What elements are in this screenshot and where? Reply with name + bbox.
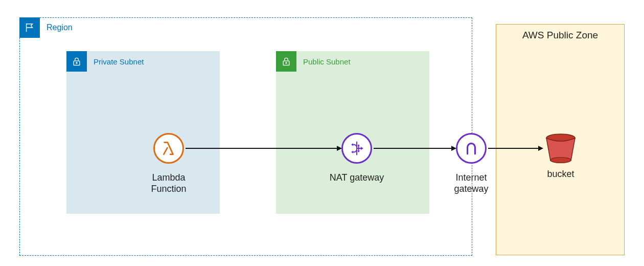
public-zone-label: AWS Public Zone <box>496 30 624 41</box>
svg-point-14 <box>550 158 571 163</box>
lambda-label: Lambda Function <box>133 172 204 194</box>
arrow-nat-to-igw <box>374 148 451 149</box>
igw-label-line2: gateway <box>454 184 488 194</box>
lock-icon <box>66 51 87 72</box>
private-subnet-label: Private Subnet <box>94 57 144 66</box>
arrow-head-icon <box>337 146 342 151</box>
lock-icon <box>276 51 296 72</box>
arrow-head-icon <box>451 146 456 151</box>
lambda-icon <box>153 133 184 164</box>
lambda-label-line1: Lambda <box>152 172 185 183</box>
region-label: Region <box>47 23 73 32</box>
arrow-head-icon <box>538 146 543 151</box>
arrow-lambda-to-nat <box>186 148 337 149</box>
igw-label-line1: Internet <box>455 172 487 183</box>
bucket-label: bucket <box>528 169 593 180</box>
internet-gateway-icon <box>456 133 487 164</box>
arrow-igw-to-bucket <box>488 148 538 149</box>
svg-marker-6 <box>351 143 353 146</box>
public-subnet-container: Public Subnet <box>276 51 429 214</box>
bucket-node: bucket <box>528 133 593 180</box>
internet-gateway-label: Internet gateway <box>439 172 504 194</box>
svg-marker-12 <box>357 151 360 153</box>
svg-marker-9 <box>361 147 363 150</box>
svg-point-2 <box>76 62 77 63</box>
public-subnet-label: Public Subnet <box>303 57 351 66</box>
nat-gateway-icon <box>341 133 372 164</box>
svg-marker-7 <box>351 151 353 153</box>
svg-point-4 <box>286 62 287 63</box>
lambda-label-line2: Function <box>151 184 186 194</box>
public-zone-container: AWS Public Zone bucket <box>496 24 625 255</box>
bucket-icon <box>543 133 579 165</box>
svg-marker-11 <box>357 144 360 146</box>
nat-gateway-label: NAT gateway <box>316 172 398 184</box>
flag-icon <box>19 17 40 38</box>
